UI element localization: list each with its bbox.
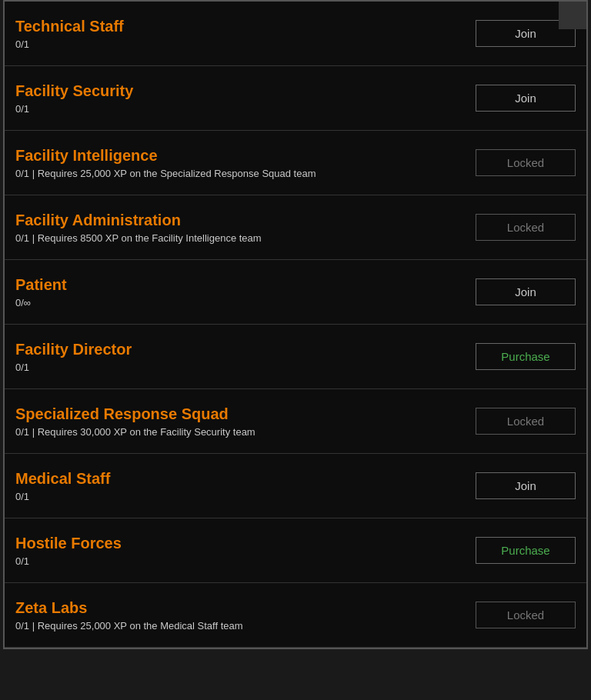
row-subtitle-medical-staff: 0/1 bbox=[15, 491, 463, 502]
row-info-hostile-forces: Hostile Forces0/1 bbox=[15, 535, 463, 567]
btn-hostile-forces[interactable]: Purchase bbox=[476, 537, 576, 564]
row-title-patient: Patient bbox=[15, 276, 463, 294]
row-title-facility-intelligence: Facility Intelligence bbox=[15, 147, 463, 165]
btn-facility-security[interactable]: Join bbox=[476, 85, 576, 112]
row-title-hostile-forces: Hostile Forces bbox=[15, 535, 463, 552]
btn-facility-director[interactable]: Purchase bbox=[476, 343, 576, 370]
row-hostile-forces: Hostile Forces0/1Purchase bbox=[5, 518, 586, 583]
row-info-facility-security: Facility Security0/1 bbox=[15, 82, 463, 115]
row-subtitle-facility-security: 0/1 bbox=[15, 103, 463, 115]
close-button[interactable] bbox=[559, 2, 586, 29]
row-title-facility-security: Facility Security bbox=[15, 82, 463, 100]
row-facility-security: Facility Security0/1Join bbox=[5, 66, 586, 131]
row-info-facility-intelligence: Facility Intelligence0/1 | Requires 25,0… bbox=[15, 147, 463, 179]
row-subtitle-zeta-labs: 0/1 | Requires 25,000 XP on the Medical … bbox=[15, 620, 463, 632]
row-info-facility-administration: Facility Administration0/1 | Requires 85… bbox=[15, 212, 463, 244]
row-info-technical-staff: Technical Staff0/1 bbox=[15, 18, 463, 50]
btn-facility-administration: Locked bbox=[476, 214, 576, 241]
row-subtitle-specialized-response-squad: 0/1 | Requires 30,000 XP on the Facility… bbox=[15, 426, 463, 438]
btn-patient[interactable]: Join bbox=[476, 278, 576, 305]
row-info-specialized-response-squad: Specialized Response Squad0/1 | Requires… bbox=[15, 405, 463, 438]
row-info-medical-staff: Medical Staff0/1 bbox=[15, 470, 463, 502]
row-facility-director: Facility Director0/1Purchase bbox=[5, 325, 586, 389]
row-title-medical-staff: Medical Staff bbox=[15, 470, 463, 488]
row-specialized-response-squad: Specialized Response Squad0/1 | Requires… bbox=[5, 389, 586, 454]
row-subtitle-technical-staff: 0/1 bbox=[15, 38, 463, 50]
row-subtitle-facility-administration: 0/1 | Requires 8500 XP on the Facility I… bbox=[15, 232, 463, 244]
row-subtitle-facility-director: 0/1 bbox=[15, 362, 463, 373]
row-title-specialized-response-squad: Specialized Response Squad bbox=[15, 405, 463, 423]
row-subtitle-patient: 0/∞ bbox=[15, 297, 463, 308]
row-patient: Patient0/∞Join bbox=[5, 260, 586, 325]
row-zeta-labs: Zeta Labs0/1 | Requires 25,000 XP on the… bbox=[5, 583, 586, 648]
row-subtitle-hostile-forces: 0/1 bbox=[15, 555, 463, 567]
row-subtitle-facility-intelligence: 0/1 | Requires 25,000 XP on the Speciali… bbox=[15, 168, 463, 179]
row-title-zeta-labs: Zeta Labs bbox=[15, 599, 463, 617]
row-technical-staff: Technical Staff0/1Join bbox=[5, 2, 586, 66]
row-facility-intelligence: Facility Intelligence0/1 | Requires 25,0… bbox=[5, 131, 586, 195]
row-info-patient: Patient0/∞ bbox=[15, 276, 463, 308]
btn-specialized-response-squad: Locked bbox=[476, 408, 576, 435]
team-selection-panel: Technical Staff0/1JoinFacility Security0… bbox=[3, 0, 588, 649]
row-title-facility-director: Facility Director bbox=[15, 341, 463, 358]
row-info-facility-director: Facility Director0/1 bbox=[15, 341, 463, 373]
row-info-zeta-labs: Zeta Labs0/1 | Requires 25,000 XP on the… bbox=[15, 599, 463, 632]
row-facility-administration: Facility Administration0/1 | Requires 85… bbox=[5, 195, 586, 260]
row-title-technical-staff: Technical Staff bbox=[15, 18, 463, 35]
btn-zeta-labs: Locked bbox=[476, 602, 576, 628]
row-title-facility-administration: Facility Administration bbox=[15, 212, 463, 229]
btn-medical-staff[interactable]: Join bbox=[476, 472, 576, 499]
btn-facility-intelligence: Locked bbox=[476, 149, 576, 176]
row-medical-staff: Medical Staff0/1Join bbox=[5, 454, 586, 518]
